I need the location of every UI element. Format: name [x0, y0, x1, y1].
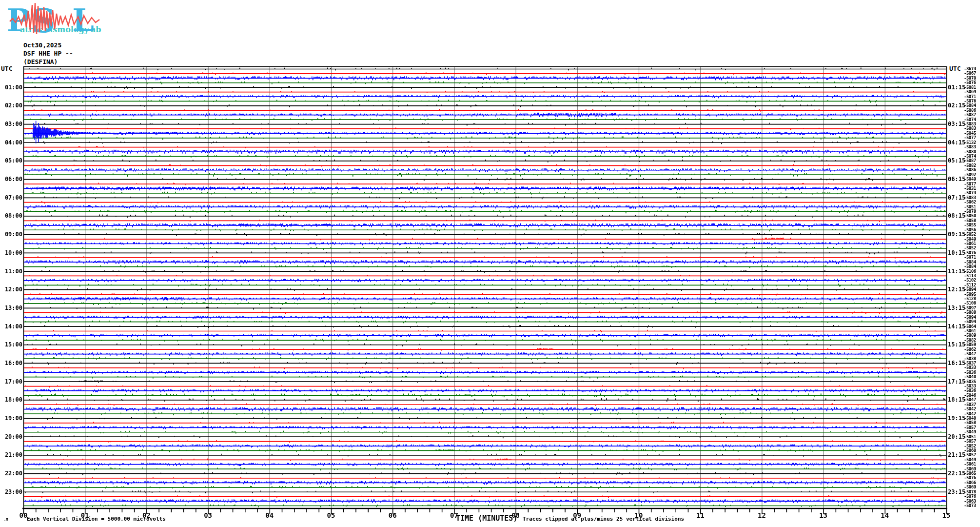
right-hour-label: 11:15	[948, 268, 965, 274]
trace-offset-value: -5094	[964, 320, 976, 324]
trace-offset-value: -5049	[964, 177, 976, 182]
left-hour-label: 16:00	[0, 360, 22, 366]
right-hour-label: 02:15	[948, 102, 965, 108]
right-hour-label: 16:15	[948, 360, 965, 366]
scale-note: Each Vertical Division = 5000.00 microvo…	[27, 516, 166, 522]
trace-offset-value: -5049	[964, 430, 976, 434]
right-hour-label: 21:15	[948, 452, 965, 458]
left-hour-label: 19:00	[0, 415, 22, 421]
trace-offset-value: -5057	[964, 439, 976, 444]
trace-offset-value: -5087	[964, 113, 976, 117]
trace-offset-value: -5076	[964, 494, 976, 499]
left-hour-label: 11:00	[0, 268, 22, 274]
minute-tick-label: 12	[752, 512, 771, 519]
trace-offset-value: -5071	[964, 255, 976, 260]
left-hour-label: 20:00	[0, 434, 22, 440]
left-hour-label: 06:00	[0, 176, 22, 182]
minute-tick-label: 14	[875, 512, 895, 519]
left-hour-label: 02:00	[0, 102, 22, 108]
right-hour-label: 04:15	[948, 140, 965, 145]
x-axis-title: TIME (MINUTES)	[456, 515, 517, 522]
right-hour-label: 09:15	[948, 231, 965, 237]
right-hour-label: 14:15	[948, 324, 965, 329]
right-hour-label: 10:15	[948, 250, 965, 256]
left-hour-label: 01:00	[0, 84, 22, 90]
trace-offset-value: -5076	[964, 81, 976, 85]
right-hour-label: 22:15	[948, 470, 965, 476]
left-hour-label: 09:00	[0, 231, 22, 237]
right-hour-label: 23:15	[948, 489, 965, 495]
left-hour-label: 07:00	[0, 195, 22, 201]
trace-offset-value: -5069	[964, 90, 976, 94]
minute-tick-label: 11	[690, 512, 710, 519]
trace-offset-value: -5084	[964, 264, 976, 269]
left-hour-label: 23:00	[0, 489, 22, 495]
trace-offset-value: -5069	[964, 485, 976, 489]
trace-offset-value: -5086	[964, 168, 976, 172]
right-hour-label: 19:15	[948, 415, 965, 421]
minute-tick-label: 04	[260, 512, 279, 519]
right-hour-label: 13:15	[948, 305, 965, 311]
webicorder-page: { "logo": { "letter_p": "P", "word_patra…	[0, 0, 980, 527]
right-hour-label: 17:15	[948, 379, 965, 385]
left-hour-label: 18:00	[0, 397, 22, 403]
trace-offset-value: -5040	[964, 375, 976, 379]
trace-offset-value: -5102	[964, 278, 976, 283]
minute-tick-label: 05	[321, 512, 341, 519]
trace-offset-value: -5047	[964, 398, 976, 402]
trace-offset-value: -5052	[964, 232, 976, 237]
left-hour-label: 22:00	[0, 470, 22, 476]
left-hour-label: 17:00	[0, 379, 22, 385]
scale-mark: .M	[4, 518, 8, 522]
trace-offset-value: -5062	[964, 200, 976, 204]
right-hour-label: 01:15	[948, 84, 965, 90]
left-hour-label: 03:00	[0, 121, 22, 127]
helicorder-plot	[0, 0, 980, 527]
trace-offset-value: -5074	[964, 191, 976, 195]
left-hour-label: 13:00	[0, 305, 22, 311]
right-hour-label: 08:15	[948, 213, 965, 219]
trace-offset-value: -5083	[964, 145, 976, 149]
left-hour-label: 10:00	[0, 250, 22, 256]
trace-offset-value: -5061	[964, 462, 976, 466]
left-hour-label: 15:00	[0, 342, 22, 347]
left-hour-label: 21:00	[0, 452, 22, 458]
right-hour-label: 07:15	[948, 195, 965, 201]
trace-offset-value: -5059	[964, 343, 976, 347]
trace-offset-value: -5047	[964, 352, 976, 356]
right-hour-label: 03:15	[948, 121, 965, 127]
trace-offset-value: -5033	[964, 365, 976, 370]
left-hour-label: 04:00	[0, 140, 22, 145]
left-hour-label: 08:00	[0, 213, 22, 219]
right-hour-label: 15:15	[948, 342, 965, 347]
clip-note: Traces clipped at plus/minus 25 vertical…	[523, 516, 684, 522]
trace-offset-value: -5055	[964, 223, 976, 227]
minute-tick-label: 06	[383, 512, 402, 519]
trace-offset-value: -5077	[964, 136, 976, 140]
right-hour-label: 18:15	[948, 397, 965, 403]
right-hour-label: 05:15	[948, 158, 965, 163]
trace-offset-value: -5057	[964, 453, 976, 457]
right-hour-label: 20:15	[948, 434, 965, 440]
trace-offset-value: -5094	[964, 287, 976, 292]
minute-tick-label: 15	[937, 512, 956, 519]
trace-offset-value: -5073	[964, 504, 976, 508]
left-hour-label: 14:00	[0, 324, 22, 329]
right-hour-label: 06:15	[948, 176, 965, 182]
minute-tick-label: 03	[198, 512, 218, 519]
trace-offset-value: -5084	[964, 103, 976, 108]
trace-offset-value: -5088	[964, 310, 976, 315]
left-hour-label: 05:00	[0, 158, 22, 163]
left-hour-label: 12:00	[0, 286, 22, 292]
trace-offset-value: -5042	[964, 407, 976, 411]
minute-tick-label: 13	[814, 512, 833, 519]
right-hour-label: 12:15	[948, 286, 965, 292]
